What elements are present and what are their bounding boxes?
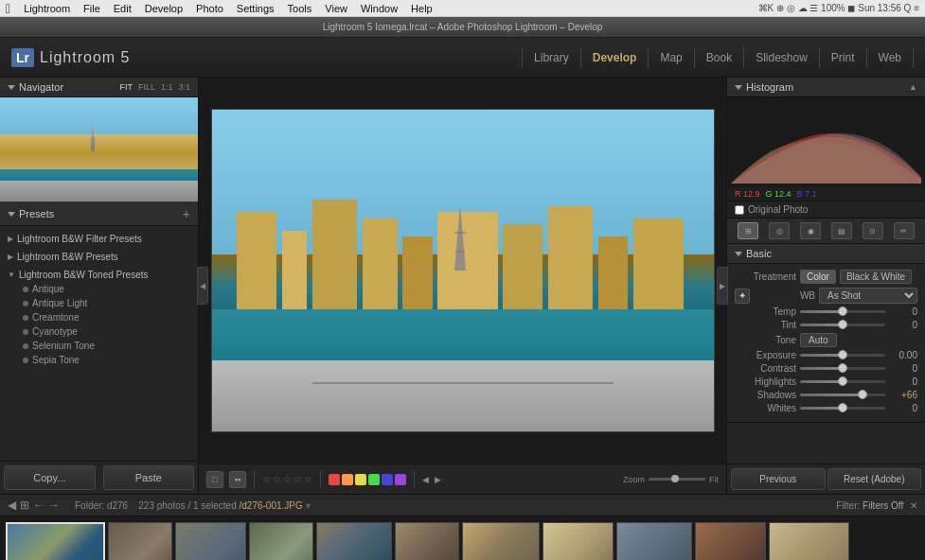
zoom-1to1[interactable]: 1:1 [161,82,173,92]
filter-close-icon[interactable]: ✕ [910,500,917,511]
presets-header[interactable]: Presets + [0,201,198,226]
nav-arrow-right-icon[interactable]: → [48,499,60,512]
menu-settings[interactable]: Settings [237,3,275,14]
module-develop[interactable]: Develop [581,47,649,68]
adjustment-brush-tool[interactable]: ✏ [894,222,915,239]
nav-grid-icon[interactable]: ⊞ [20,499,29,512]
filmstrip-thumb-6[interactable] [395,522,459,560]
star-4[interactable]: ☆ [294,474,302,484]
zoom-3to1[interactable]: 3:1 [178,82,190,92]
arrow-left-icon[interactable]: ◀ [422,475,429,484]
menu-window[interactable]: Window [361,3,398,14]
view-normal-icon[interactable]: □ [206,471,223,488]
radial-filter-tool[interactable]: ⊙ [863,222,883,239]
preset-group-bwtoned-title[interactable]: ▼ Lightroom B&W Toned Presets [0,268,198,282]
left-panel-collapse-button[interactable]: ◀ [197,267,208,305]
zoom-fill[interactable]: FILL [138,82,155,92]
menu-file[interactable]: File [83,3,100,14]
tint-slider-thumb[interactable] [838,320,847,329]
menu-tools[interactable]: Tools [288,3,312,14]
contrast-slider-thumb[interactable] [838,363,847,373]
color-label-red[interactable] [329,474,340,485]
preset-antique[interactable]: Antique [0,282,198,296]
menu-photo[interactable]: Photo [196,3,223,14]
navigator-header[interactable]: Navigator FIT FILL 1:1 3:1 [0,78,198,97]
preset-group-bwfilter-title[interactable]: ▶ Lightroom B&W Filter Presets [0,232,198,246]
preset-creamtone[interactable]: Creamtone [0,310,198,324]
zoom-slider[interactable] [649,478,705,481]
reset-button[interactable]: Reset (Adobe) [827,468,922,490]
filmstrip-thumb-1[interactable] [6,522,105,560]
preset-group-bw-title[interactable]: ▶ Lightroom B&W Presets [0,250,198,264]
filmstrip-thumb-11[interactable] [769,522,849,560]
temp-slider-thumb[interactable] [838,306,847,316]
filmstrip-thumb-7[interactable] [462,522,540,560]
eyedropper-tool[interactable]: ✦ [735,289,750,304]
presets-add-button[interactable]: + [183,206,190,221]
main-photo[interactable] [211,109,715,432]
highlights-slider-thumb[interactable] [838,376,847,386]
filmstrip-thumb-2[interactable] [108,522,172,560]
star-2[interactable]: ☆ [273,474,281,484]
red-eye-tool[interactable]: ◉ [800,222,821,239]
color-treatment-button[interactable]: Color [800,270,836,284]
color-label-blue[interactable] [382,474,393,485]
menu-develop[interactable]: Develop [145,3,183,14]
star-5[interactable]: ☆ [304,474,312,484]
preset-selenium-tone[interactable]: Selenium Tone [0,339,198,353]
shadows-slider[interactable] [800,394,885,396]
preset-antique-light[interactable]: Antique Light [0,296,198,310]
menu-view[interactable]: View [325,3,347,14]
nav-back-icon[interactable]: ◀ [8,499,16,512]
original-photo-checkbox[interactable] [735,205,744,215]
star-1[interactable]: ☆ [262,474,271,484]
temp-slider[interactable] [800,310,885,313]
module-slideshow[interactable]: Slideshow [744,47,820,68]
highlights-slider[interactable] [800,380,885,383]
menu-edit[interactable]: Edit [114,3,132,14]
star-3[interactable]: ☆ [283,474,292,484]
zoom-fit[interactable]: FIT [119,82,133,92]
module-map[interactable]: Map [649,47,694,68]
preset-sepia-tone[interactable]: Sepia Tone [0,353,198,367]
nav-arrow-left-icon[interactable]: ← [33,499,44,512]
module-web[interactable]: Web [867,47,914,68]
view-compare-icon[interactable]: ▪▪ [229,471,246,488]
color-label-yellow[interactable] [355,474,366,485]
spot-removal-tool[interactable]: ◎ [769,222,790,239]
apple-menu[interactable]:  [6,1,10,16]
shadows-slider-thumb[interactable] [858,390,867,399]
filmstrip-thumb-9[interactable] [616,522,692,560]
module-library[interactable]: Library [522,47,581,68]
tint-slider[interactable] [800,324,885,326]
color-label-orange[interactable] [342,474,353,485]
exposure-slider[interactable] [800,354,885,357]
whites-slider-thumb[interactable] [838,403,847,412]
filmstrip-thumb-5[interactable] [316,522,392,560]
crop-tool[interactable]: ⊞ [738,222,758,239]
exposure-slider-thumb[interactable] [838,350,847,359]
menu-help[interactable]: Help [411,3,433,14]
histogram-header[interactable]: Histogram ▲ [727,78,925,97]
paste-button[interactable]: Paste [103,465,195,490]
arrow-right-icon[interactable]: ▶ [435,475,441,484]
zoom-slider-thumb[interactable] [671,475,679,482]
contrast-slider[interactable] [800,367,885,370]
basic-panel-header[interactable]: Basic [727,244,925,264]
filmstrip-thumb-10[interactable] [695,522,766,560]
graduated-filter-tool[interactable]: ▤ [831,222,852,239]
menu-lightroom[interactable]: Lightroom [24,3,70,14]
preset-cyanotype[interactable]: Cyanotype [0,324,198,339]
module-print[interactable]: Print [820,47,867,68]
bw-treatment-button[interactable]: Black & White [840,270,912,284]
filmstrip-thumb-4[interactable] [249,522,313,560]
color-label-green[interactable] [368,474,380,485]
module-book[interactable]: Book [695,47,744,68]
right-panel-collapse-button[interactable]: ▶ [717,267,728,305]
wb-select[interactable]: As Shot [819,288,917,304]
whites-slider[interactable] [800,407,885,410]
filmstrip-thumb-3[interactable] [175,522,246,560]
previous-button[interactable]: Previous [731,468,826,490]
color-label-purple[interactable] [395,474,406,485]
copy-button[interactable]: Copy... [4,465,96,490]
